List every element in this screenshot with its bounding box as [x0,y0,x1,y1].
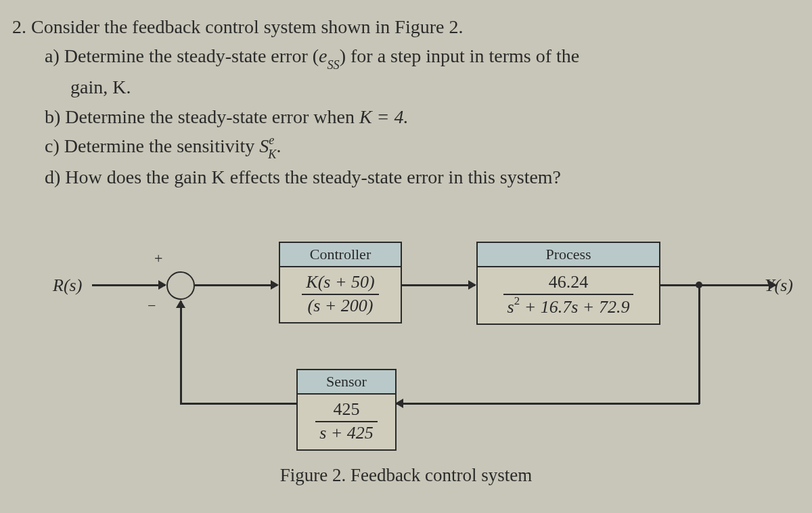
part-b-text: Determine the steady-state error when [65,106,359,127]
controller-body: K(s + 50) (s + 200) [280,267,401,322]
problem-intro-line: 2. Consider the feedback control system … [12,12,796,41]
wire-output [660,284,775,286]
part-b-line: b) Determine the steady-state error when… [12,102,796,131]
sens-sup: e [269,133,274,147]
block-diagram: R(s) Y(s) + − Controller K(s + 50) (s + … [12,210,797,468]
wire-sum-to-controller [195,284,277,286]
problem-number: 2. [12,16,26,37]
part-c-text: Determine the sensitivity [64,135,260,156]
ess-var: e [319,45,327,66]
ess-sub: SS [327,58,339,72]
controller-den: (s + 200) [302,294,378,316]
sensor-tf: 425 s + 425 [315,400,378,443]
process-block: Process 46.24 s2 + 16.7s + 72.9 [476,242,660,325]
process-num: 46.24 [503,273,634,294]
sensor-body: 425 s + 425 [298,395,395,449]
figure-caption: Figure 2. Feedback control system [0,465,812,486]
part-c-period: . [276,135,281,156]
wire-feedback-up [180,301,182,404]
part-c-line: c) Determine the sensitivity SeK. [12,131,796,162]
part-d-line: d) How does the gain K effects the stead… [12,162,796,192]
process-tf: 46.24 s2 + 16.7s + 72.9 [503,273,634,317]
plus-sign: + [154,250,162,267]
minus-sign: − [148,297,156,315]
part-a-line2: gain, K. [12,72,796,102]
sensor-num: 425 [315,400,378,421]
part-a-gainK: gain, K. [70,76,131,97]
process-den: s2 + 16.7s + 72.9 [503,294,634,317]
part-c-label: c) [45,135,60,156]
controller-tf: K(s + 50) (s + 200) [302,273,378,315]
process-s2-s: s [508,296,514,316]
process-s2-exp: 2 [514,294,520,307]
part-a-line1: a) Determine the steady-state error (eSS… [12,41,796,72]
sensor-title: Sensor [298,370,395,395]
sens-sub: K [268,148,276,161]
wire-sensor-to-left [180,403,296,405]
process-title: Process [478,243,659,267]
part-a-label: a) [45,45,60,66]
controller-block: Controller K(s + 50) (s + 200) [279,242,402,324]
process-body: 46.24 s2 + 16.7s + 72.9 [478,267,659,324]
page: 2. Consider the feedback control system … [0,0,812,513]
part-b-label: b) [45,106,60,127]
controller-num: K(s + 50) [302,273,378,294]
wire-feedback-down [698,285,700,404]
part-a-after: ) for a step input in terms of the [340,45,580,66]
problem-intro: Consider the feedback control system sho… [31,16,463,37]
wire-feedback-to-sensor [397,403,700,405]
wire-input [92,284,165,286]
wire-controller-to-process [402,284,475,286]
part-a-before: Determine the steady-state error ( [64,45,319,66]
part-d-label: d) [45,166,60,187]
controller-title: Controller [280,243,401,267]
part-b-kval: K = 4. [359,106,409,127]
part-d-text: How does the gain K effects the steady-s… [65,166,561,187]
summing-junction [166,271,195,300]
sensor-block: Sensor 425 s + 425 [296,369,397,451]
input-label: R(s) [53,275,82,296]
sensor-den: s + 425 [315,421,378,443]
process-den-rest: + 16.7s + 72.9 [520,296,629,316]
